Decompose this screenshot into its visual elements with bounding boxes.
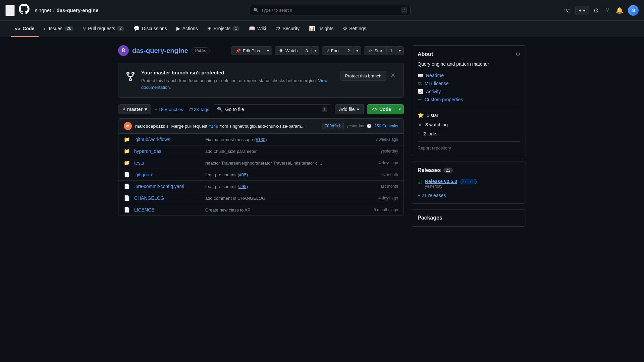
add-file-button[interactable]: Add file ▾ — [335, 104, 364, 114]
commit-pr-link[interactable]: #149 — [209, 124, 218, 129]
file-icon: 📄 — [124, 207, 130, 213]
go-to-file[interactable]: 🔍 Go to file t — [213, 104, 331, 114]
release-date: yesterday — [425, 184, 477, 189]
create-new-btn[interactable]: + ▾ — [575, 6, 589, 15]
breadcrumb: singnet / das-query-engine — [35, 7, 99, 13]
tab-settings[interactable]: ⚙ Settings — [339, 21, 370, 37]
notifications-icon-btn[interactable]: 🔔 — [614, 5, 625, 16]
commit-hash[interactable]: 709d9cb — [322, 123, 344, 129]
report-repository-link[interactable]: Report repository — [418, 144, 451, 152]
branches-label: Branches — [165, 107, 183, 112]
activity-link[interactable]: 📈 Activity — [418, 87, 520, 96]
releases-title: Releases — [418, 167, 441, 173]
visibility-badge: Public — [192, 47, 210, 54]
code-icon-brackets: <> — [372, 107, 377, 112]
commit-link[interactable]: #95 — [239, 184, 247, 189]
file-commit-msg: feat: pre commit (#95) — [205, 172, 364, 177]
file-name-link[interactable]: LICENCE — [134, 207, 201, 213]
commit-author-avatar: m — [124, 122, 132, 130]
watch-expand[interactable]: ▾ — [312, 46, 319, 55]
file-name-link[interactable]: .github/workflows — [134, 137, 201, 142]
tab-wiki[interactable]: 📖 Wiki — [245, 21, 270, 37]
forks-count-val: 2 — [423, 131, 426, 136]
tags-icon: 🏷 — [189, 107, 193, 112]
github-logo[interactable] — [19, 4, 30, 17]
fork-expand[interactable]: ▾ — [354, 46, 361, 55]
code-icon: <> — [15, 26, 21, 32]
tab-wiki-label: Wiki — [257, 26, 266, 31]
gear-icon[interactable]: ⚙ — [516, 51, 520, 57]
star-count[interactable]: 1 — [387, 46, 396, 55]
fork-count[interactable]: 2 — [344, 46, 354, 55]
breadcrumb-repo[interactable]: das-query-engine — [57, 7, 99, 13]
watch-button[interactable]: 👁 Watch — [275, 46, 302, 55]
watch-count[interactable]: 8 — [302, 46, 311, 55]
file-time: 5 months ago — [368, 207, 398, 212]
tab-pull-requests[interactable]: ⑂ Pull requests 2 — [79, 21, 128, 37]
file-name-link[interactable]: CHANGELOG — [134, 195, 201, 201]
file-name-link[interactable]: .gitignore — [134, 172, 201, 177]
tab-issues[interactable]: ○ Issues 26 — [40, 21, 78, 37]
insights-icon: 📊 — [309, 25, 315, 32]
tab-projects[interactable]: ⊞ Projects 1 — [203, 21, 244, 37]
issues-badge: 26 — [64, 26, 73, 31]
file-name-link[interactable]: hyperon_das — [134, 148, 201, 154]
branches-link[interactable]: ⑂ 18 Branches — [155, 107, 183, 112]
branch-name: master — [127, 107, 143, 112]
watching-stat: 👁 8 watching — [418, 120, 520, 129]
user-avatar[interactable]: M — [628, 5, 639, 16]
license-link[interactable]: ⚖ MIT license — [418, 79, 520, 87]
branch-selector[interactable]: ⑂ master ▾ — [118, 104, 151, 114]
commit-link[interactable]: #130 — [256, 137, 265, 142]
star-button[interactable]: ☆ Star — [364, 46, 387, 55]
tab-code[interactable]: <> Code — [11, 21, 39, 37]
readme-link[interactable]: 📖 Readme — [418, 71, 520, 79]
release-latest-badge: Latest — [461, 179, 477, 184]
more-releases-link[interactable]: + 21 releases — [418, 193, 520, 198]
tab-settings-label: Settings — [349, 26, 366, 31]
edit-pins-button[interactable]: 📌 Edit Pins — [231, 46, 264, 55]
about-header: About ⚙ — [418, 51, 520, 57]
breadcrumb-owner[interactable]: singnet — [35, 7, 51, 13]
terminal-icon-btn[interactable]: ⌥ — [561, 5, 573, 16]
pin-icon: 📌 — [235, 48, 241, 53]
commit-author-name[interactable]: marcocapozzoli — [135, 124, 168, 129]
actions-icon: ▶ — [176, 25, 180, 32]
branches-icon: ⑂ — [155, 107, 157, 112]
protection-banner: Your master branch isn't protected Prote… — [118, 63, 404, 98]
readme-label: Readme — [426, 73, 444, 78]
tab-security[interactable]: 🛡 Security — [271, 21, 304, 37]
tab-actions[interactable]: ▶ Actions — [172, 21, 202, 37]
commit-meta: 709d9cb yesterday 🕐 250 Commits — [322, 123, 398, 129]
tags-link[interactable]: 🏷 28 Tags — [189, 107, 209, 112]
issues-icon-btn[interactable]: ⊙ — [592, 5, 601, 16]
commits-count-link[interactable]: 250 Commits — [374, 124, 398, 128]
about-divider — [418, 107, 520, 107]
star-expand[interactable]: ▾ — [396, 46, 404, 55]
fork-button[interactable]: ⑂ Fork — [322, 46, 344, 55]
code-button[interactable]: <> Code — [367, 104, 396, 114]
branch-meta: ⑂ 18 Branches 🏷 28 Tags — [155, 107, 209, 112]
watching-icon: 👁 — [418, 122, 423, 127]
table-row: 📄 .pre-commit-config.yaml feat: pre comm… — [118, 181, 404, 192]
folder-icon: 📁 — [124, 160, 130, 166]
custom-properties-link[interactable]: ☰ Custom properties — [418, 96, 520, 104]
commit-link[interactable]: #95 — [239, 172, 247, 177]
search-box[interactable]: 🔍 Type / to search / — [250, 5, 411, 15]
dismiss-banner-button[interactable]: ✕ — [389, 71, 397, 80]
tab-discussions[interactable]: 💬 Discussions — [129, 21, 171, 37]
edit-pins-expand[interactable]: ▾ — [264, 46, 272, 55]
hamburger-menu[interactable]: ☰ — [5, 5, 15, 16]
file-name-link[interactable]: .pre-commit-config.yaml — [134, 184, 201, 189]
banner-title: Your master branch isn't protected — [141, 70, 335, 75]
tab-insights[interactable]: 📊 Insights — [305, 21, 337, 37]
repo-title[interactable]: das-query-engine — [132, 47, 188, 55]
release-name-link[interactable]: Release v0.5.0 — [425, 179, 457, 184]
pullreq-icon-btn[interactable]: ⑂ — [603, 5, 611, 16]
code-label: Code — [379, 107, 391, 112]
code-expand-button[interactable]: ▾ — [396, 104, 404, 114]
watch-icon: 👁 — [279, 48, 283, 53]
banner-actions: Protect this branch ✕ — [340, 71, 397, 81]
protect-branch-button[interactable]: Protect this branch — [340, 71, 386, 81]
file-name-link[interactable]: tests — [134, 160, 201, 166]
